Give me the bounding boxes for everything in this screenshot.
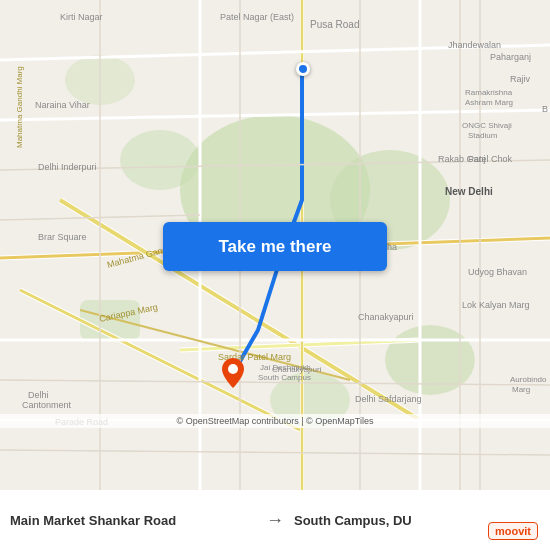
moovit-logo-text: moovit — [495, 525, 531, 537]
map-attribution: © OpenStreetMap contributors | © OpenMap… — [0, 414, 550, 428]
bottom-bar: Main Market Shankar Road → South Campus,… — [0, 490, 550, 550]
svg-text:South Campus: South Campus — [258, 373, 311, 382]
svg-text:Cantonment: Cantonment — [22, 400, 72, 410]
take-me-there-label: Take me there — [218, 237, 331, 257]
svg-text:Naraina Vihar: Naraina Vihar — [35, 100, 90, 110]
svg-text:Jhandewalan: Jhandewalan — [448, 40, 501, 50]
svg-text:Patel Chok: Patel Chok — [468, 154, 513, 164]
svg-point-4 — [120, 130, 200, 190]
svg-text:ONGC Shivaji: ONGC Shivaji — [462, 121, 512, 130]
svg-text:Delhi Inderpuri: Delhi Inderpuri — [38, 162, 97, 172]
svg-text:Kirti Nagar: Kirti Nagar — [60, 12, 103, 22]
map-container: Pusa Road Kirti Nagar Naraina Vihar Delh… — [0, 0, 550, 490]
svg-text:Chanakyapuri: Chanakyapuri — [358, 312, 414, 322]
svg-text:Marg: Marg — [512, 385, 530, 394]
svg-text:Rajiv: Rajiv — [510, 74, 531, 84]
svg-text:Delhi: Delhi — [28, 390, 49, 400]
svg-text:Mahatma Gandhi Marg: Mahatma Gandhi Marg — [15, 66, 24, 148]
svg-text:Brar Square: Brar Square — [38, 232, 87, 242]
attribution-text: © OpenStreetMap contributors | © OpenMap… — [177, 416, 374, 426]
moovit-logo[interactable]: moovit — [488, 522, 538, 540]
svg-text:Aurobindo: Aurobindo — [510, 375, 547, 384]
start-location-dot — [296, 62, 310, 76]
svg-text:Lok Kalyan Marg: Lok Kalyan Marg — [462, 300, 530, 310]
svg-text:Patel Nagar (East): Patel Nagar (East) — [220, 12, 294, 22]
svg-text:Pusa Road: Pusa Road — [310, 19, 359, 30]
svg-text:B: B — [542, 104, 548, 114]
svg-text:Ashram Marg: Ashram Marg — [465, 98, 513, 107]
svg-text:Stadium: Stadium — [468, 131, 498, 140]
svg-text:Delhi Safdarjang: Delhi Safdarjang — [355, 394, 422, 404]
svg-text:Udyog Bhavan: Udyog Bhavan — [468, 267, 527, 277]
svg-point-68 — [228, 364, 238, 374]
take-me-there-button[interactable]: Take me there — [163, 222, 387, 271]
svg-text:Paharganj: Paharganj — [490, 52, 531, 62]
svg-text:Jai Deshmukh: Jai Deshmukh — [260, 363, 311, 372]
svg-text:New Delhi: New Delhi — [445, 186, 493, 197]
svg-text:Ramakrishna: Ramakrishna — [465, 88, 513, 97]
arrow-icon: → — [266, 510, 284, 531]
from-location: Main Market Shankar Road — [10, 513, 256, 528]
destination-pin — [222, 358, 244, 388]
